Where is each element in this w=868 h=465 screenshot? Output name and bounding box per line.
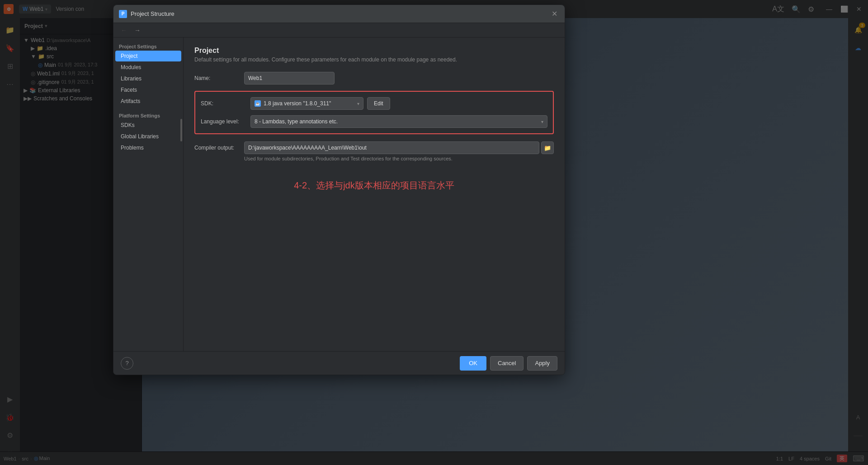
name-value: [244, 72, 554, 85]
dialog-content: Project Default settings for all modules…: [184, 38, 565, 351]
name-row: Name:: [194, 72, 554, 85]
nav-item-problems[interactable]: Problems: [115, 142, 181, 153]
compiler-input-wrap: 📁: [244, 141, 554, 154]
sdk-container: SDK: ☕ 1.8 java version "1.8.0_311" ▾ Ed…: [194, 91, 554, 134]
nav-item-global-libraries[interactable]: Global Libraries: [115, 131, 181, 142]
lang-level-label: Language level:: [201, 118, 250, 125]
sdk-icon: ☕: [255, 100, 261, 107]
lang-level-text: 8 - Lambdas, type annotations etc.: [255, 118, 338, 125]
sdk-edit-btn[interactable]: Edit: [367, 97, 390, 110]
nav-item-modules[interactable]: Modules: [115, 62, 181, 73]
dialog-title: Project Structure: [131, 10, 175, 17]
compiler-input[interactable]: [244, 141, 539, 154]
lang-level-row: Language level: 8 - Lambdas, type annota…: [201, 115, 547, 128]
sdk-row: SDK: ☕ 1.8 java version "1.8.0_311" ▾ Ed…: [201, 97, 547, 110]
name-label: Name:: [194, 75, 244, 81]
help-btn[interactable]: ?: [121, 357, 133, 370]
chinese-annotation: 4-2、选择与jdk版本相应的项目语言水平: [194, 179, 554, 192]
sdk-value: 1.8 java version "1.8.0_311": [264, 100, 331, 107]
sdk-dropdown[interactable]: ☕ 1.8 java version "1.8.0_311" ▾: [250, 97, 363, 110]
dialog-icon: P: [119, 10, 127, 18]
sdk-label: SDK:: [201, 100, 250, 107]
dialog-nav: ← →: [113, 23, 565, 38]
lang-level-value: 8 - Lambdas, type annotations etc. ▾: [250, 115, 547, 128]
dialog-left-nav: Project Settings Project Modules Librari…: [113, 38, 184, 351]
compiler-row: Compiler output: 📁: [194, 141, 554, 154]
dialog-title-bar: P Project Structure ✕: [113, 5, 565, 23]
dialog-body: Project Settings Project Modules Librari…: [113, 38, 565, 351]
ok-btn[interactable]: OK: [460, 356, 486, 371]
project-structure-dialog: P Project Structure ✕ ← → Project Settin…: [113, 5, 565, 375]
dialog-close-btn[interactable]: ✕: [550, 8, 559, 20]
sdk-dropdown-arrow: ▾: [357, 101, 359, 106]
modal-overlay: P Project Structure ✕ ← → Project Settin…: [0, 0, 868, 465]
compiler-label: Compiler output:: [194, 145, 244, 151]
nav-item-sdks[interactable]: SDKs: [115, 120, 181, 131]
lang-dropdown-arrow: ▾: [541, 119, 543, 124]
compiler-folder-btn[interactable]: 📁: [541, 141, 554, 154]
project-settings-label: Project Settings: [113, 41, 183, 50]
compiler-hint: Used for module subdirectories, Producti…: [244, 156, 554, 161]
nav-item-facets[interactable]: Facets: [115, 85, 181, 95]
content-desc: Default settings for all modules. Config…: [194, 56, 554, 63]
content-title: Project: [194, 47, 554, 55]
dialog-footer: ? OK Cancel Apply: [113, 351, 565, 375]
cancel-btn[interactable]: Cancel: [490, 356, 524, 371]
name-input[interactable]: [244, 72, 335, 85]
nav-item-artifacts[interactable]: Artifacts: [115, 96, 181, 107]
nav-forward-btn[interactable]: →: [132, 26, 142, 35]
nav-back-btn[interactable]: ←: [119, 26, 129, 35]
platform-settings-label: Platform Settings: [113, 110, 183, 119]
nav-item-libraries[interactable]: Libraries: [115, 73, 181, 84]
apply-btn[interactable]: Apply: [527, 356, 557, 371]
nav-item-project[interactable]: Project: [115, 51, 181, 61]
lang-level-dropdown[interactable]: 8 - Lambdas, type annotations etc. ▾: [250, 115, 547, 128]
scroll-indicator: [180, 119, 182, 141]
